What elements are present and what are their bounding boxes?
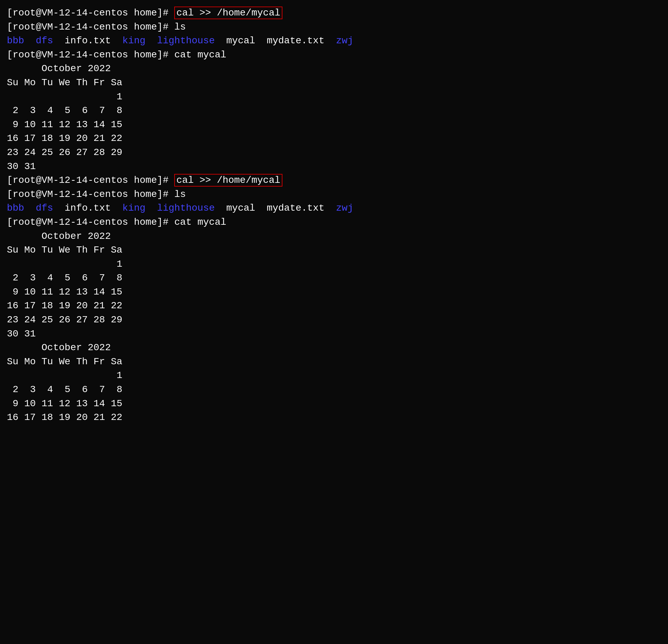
terminal-line: October 2022: [7, 230, 661, 244]
terminal-line: [root@VM-12-14-centos home]# ls: [7, 20, 661, 34]
plain-text: Su Mo Tu We Th Fr Sa: [7, 245, 122, 255]
highlighted-command: cal >> /home/mycal: [174, 7, 282, 19]
plain-text: Su Mo Tu We Th Fr Sa: [7, 77, 122, 88]
terminal-line: 30 31: [7, 327, 661, 341]
terminal-line: 23 24 25 26 27 28 29: [7, 146, 661, 160]
plain-text: October 2022: [7, 231, 111, 242]
plain-text: Su Mo Tu We Th Fr Sa: [7, 356, 122, 367]
ls-item: zwj: [336, 203, 353, 213]
terminal-line: 9 10 11 12 13 14 15: [7, 397, 661, 411]
terminal-line: [root@VM-12-14-centos home]# ls: [7, 188, 661, 202]
ls-item: [24, 35, 36, 46]
ls-item: [145, 203, 157, 213]
ls-item: lighthouse: [157, 35, 215, 46]
plain-text: 2 3 4 5 6 7 8: [7, 105, 122, 116]
plain-text: 2 3 4 5 6 7 8: [7, 273, 122, 283]
prompt-line: [root@VM-12-14-centos home]# ls: [7, 189, 186, 200]
plain-text: 16 17 18 19 20 21 22: [7, 133, 122, 144]
terminal-line: [root@VM-12-14-centos home]# cat mycal: [7, 48, 661, 62]
terminal-line: 16 17 18 19 20 21 22: [7, 132, 661, 146]
plain-text: 30 31: [7, 329, 36, 339]
ls-item: info.txt: [53, 203, 122, 213]
plain-text: 1: [7, 259, 122, 269]
ls-item: mycal mydate.txt: [215, 35, 336, 46]
plain-text: October 2022: [7, 63, 111, 74]
plain-text: 30 31: [7, 161, 36, 172]
plain-text: 9 10 11 12 13 14 15: [7, 287, 122, 297]
ls-item: zwj: [336, 35, 353, 46]
prompt-text: [root@VM-12-14-centos home]#: [7, 175, 174, 186]
terminal-line: 2 3 4 5 6 7 8: [7, 104, 661, 118]
terminal-line: [root@VM-12-14-centos home]# cal >> /hom…: [7, 174, 661, 188]
prompt-line: [root@VM-12-14-centos home]# ls: [7, 22, 186, 32]
plain-text: 23 24 25 26 27 28 29: [7, 314, 122, 325]
terminal-line: Su Mo Tu We Th Fr Sa: [7, 76, 661, 90]
terminal-line: bbb dfs info.txt king lighthouse mycal m…: [7, 34, 661, 48]
ls-item: dfs: [36, 203, 53, 213]
terminal-line: 1: [7, 257, 661, 271]
ls-item: king: [122, 203, 145, 213]
terminal-line: [root@VM-12-14-centos home]# cat mycal: [7, 215, 661, 230]
terminal-output: [root@VM-12-14-centos home]# cal >> /hom…: [7, 6, 661, 425]
ls-item: bbb: [7, 35, 24, 46]
terminal-line: 23 24 25 26 27 28 29: [7, 313, 661, 327]
terminal-line: 9 10 11 12 13 14 15: [7, 118, 661, 132]
plain-text: 9 10 11 12 13 14 15: [7, 398, 122, 409]
plain-text: 23 24 25 26 27 28 29: [7, 147, 122, 158]
terminal-line: 9 10 11 12 13 14 15: [7, 285, 661, 299]
ls-item: lighthouse: [157, 203, 215, 213]
terminal-line: October 2022: [7, 62, 661, 76]
plain-text: October 2022: [7, 342, 111, 353]
plain-text: 16 17 18 19 20 21 22: [7, 300, 122, 311]
terminal-line: 30 31: [7, 160, 661, 174]
ls-item: [145, 35, 157, 46]
prompt-line: [root@VM-12-14-centos home]# cat mycal: [7, 217, 226, 227]
prompt-text: [root@VM-12-14-centos home]#: [7, 8, 174, 18]
terminal-line: 1: [7, 369, 661, 383]
terminal-line: 1: [7, 90, 661, 104]
terminal-line: 2 3 4 5 6 7 8: [7, 383, 661, 397]
ls-item: [24, 203, 36, 213]
terminal-line: 16 17 18 19 20 21 22: [7, 299, 661, 313]
plain-text: 16 17 18 19 20 21 22: [7, 412, 122, 423]
terminal-line: Su Mo Tu We Th Fr Sa: [7, 355, 661, 369]
terminal-line: October 2022: [7, 341, 661, 355]
ls-item: dfs: [36, 35, 53, 46]
ls-item: bbb: [7, 203, 24, 213]
terminal-line: [root@VM-12-14-centos home]# cal >> /hom…: [7, 6, 661, 20]
plain-text: 2 3 4 5 6 7 8: [7, 384, 122, 395]
ls-item: mycal mydate.txt: [215, 203, 336, 213]
plain-text: 9 10 11 12 13 14 15: [7, 119, 122, 130]
plain-text: 1: [7, 91, 122, 102]
ls-item: info.txt: [53, 35, 122, 46]
terminal-line: 2 3 4 5 6 7 8: [7, 271, 661, 285]
prompt-line: [root@VM-12-14-centos home]# cat mycal: [7, 49, 226, 60]
terminal-line: bbb dfs info.txt king lighthouse mycal m…: [7, 201, 661, 215]
plain-text: 1: [7, 370, 122, 381]
highlighted-command: cal >> /home/mycal: [174, 174, 282, 187]
terminal-line: 16 17 18 19 20 21 22: [7, 411, 661, 425]
ls-item: king: [122, 35, 145, 46]
terminal-line: Su Mo Tu We Th Fr Sa: [7, 243, 661, 257]
